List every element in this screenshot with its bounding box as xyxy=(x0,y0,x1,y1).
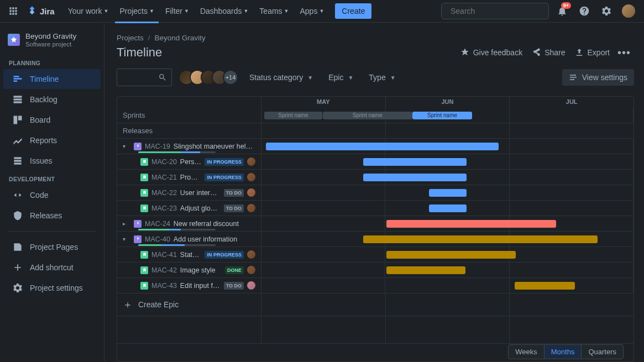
issue-key[interactable]: MAC-41 xyxy=(151,251,177,259)
sidebar-section-development: DEVELOPMENT xyxy=(0,171,104,185)
issue-summary[interactable]: Product… xyxy=(180,174,202,181)
main-content: Projects / Beyond Gravity Timeline Give … xyxy=(104,23,644,362)
zoom-tab-quarters[interactable]: Quarters xyxy=(582,345,623,359)
sprint-pill[interactable]: Sprint name xyxy=(412,112,472,119)
zoom-tab-months[interactable]: Months xyxy=(544,345,582,359)
expand-chevron-icon[interactable]: ▸ xyxy=(123,221,130,227)
issue-summary[interactable]: Image style xyxy=(180,266,222,274)
share-button[interactable]: Share xyxy=(527,44,569,61)
search-box[interactable] xyxy=(441,3,549,19)
search-input[interactable] xyxy=(451,7,547,15)
timeline-bar[interactable] xyxy=(363,235,598,243)
sidebar-item-timeline[interactable]: Timeline xyxy=(3,69,101,89)
timeline-bar[interactable] xyxy=(386,251,516,259)
filter-status-category[interactable]: Status category▼ xyxy=(245,70,317,85)
sidebar-item-project-pages[interactable]: Project Pages xyxy=(3,237,101,257)
assignee-avatar[interactable] xyxy=(247,188,255,197)
issue-key[interactable]: MAC-43 xyxy=(151,282,177,290)
more-icon[interactable]: ••• xyxy=(614,45,634,60)
timeline-bar[interactable] xyxy=(386,266,465,274)
jira-logo[interactable]: Jira xyxy=(27,6,55,17)
filter-epic[interactable]: Epic▼ xyxy=(324,70,358,85)
expand-chevron-icon[interactable]: ▾ xyxy=(123,143,130,149)
sprint-pill[interactable]: Sprint name xyxy=(323,112,412,119)
assignee-avatar[interactable] xyxy=(247,158,255,166)
timeline-bar[interactable] xyxy=(429,189,467,197)
help-icon[interactable] xyxy=(575,2,593,20)
sidebar-item-releases[interactable]: Releases xyxy=(3,206,101,225)
export-button[interactable]: Export xyxy=(570,44,614,61)
timeline-bar[interactable] xyxy=(363,158,467,166)
issue-summary[interactable]: Slingshot maneuver helper… xyxy=(174,143,255,150)
nav-your-work[interactable]: Your work▼ xyxy=(64,4,113,18)
sprint-pill[interactable]: Sprint name xyxy=(264,112,322,119)
nav-teams[interactable]: Teams▼ xyxy=(255,4,293,18)
issue-summary[interactable]: Status in… xyxy=(180,251,202,259)
filter-search-input[interactable] xyxy=(117,69,172,86)
svg-point-1 xyxy=(573,79,574,81)
issue-summary[interactable]: User interactio… xyxy=(180,189,221,197)
issue-summary[interactable]: New referral discount xyxy=(174,220,255,228)
timeline-bar[interactable] xyxy=(266,143,499,150)
timeline-bar[interactable] xyxy=(515,282,575,290)
issue-summary[interactable]: Persona… xyxy=(180,158,202,166)
user-avatar[interactable] xyxy=(620,2,637,20)
filter-type[interactable]: Type▼ xyxy=(364,70,400,85)
nav-filter[interactable]: Filter▼ xyxy=(161,4,193,18)
timeline-bar[interactable] xyxy=(386,220,556,228)
story-icon xyxy=(140,266,148,274)
breadcrumb-root[interactable]: Projects xyxy=(117,34,144,42)
assignee-avatar[interactable] xyxy=(247,204,255,212)
sidebar-item-issues[interactable]: Issues xyxy=(3,151,101,171)
sidebar-item-reports[interactable]: Reports xyxy=(3,130,101,150)
project-name: Beyond Gravity xyxy=(25,33,76,41)
nav-dashboards[interactable]: Dashboards▼ xyxy=(196,4,253,18)
assignee-avatar[interactable] xyxy=(247,173,255,181)
issue-key[interactable]: MAC-42 xyxy=(151,266,177,274)
issue-key[interactable]: MAC-40 xyxy=(145,235,170,243)
status-badge: IN PROGRESS xyxy=(205,174,244,181)
nav-apps[interactable]: Apps▼ xyxy=(296,4,329,18)
assignee-avatar[interactable] xyxy=(247,266,255,274)
zoom-tab-weeks[interactable]: Weeks xyxy=(509,345,544,359)
issue-key[interactable]: MAC-20 xyxy=(151,158,177,166)
app-switcher-icon[interactable] xyxy=(7,4,20,18)
issue-key[interactable]: MAC-23 xyxy=(151,204,177,212)
status-badge: IN PROGRESS xyxy=(205,158,244,166)
issue-key[interactable]: MAC-22 xyxy=(151,189,177,197)
view-settings-button[interactable]: View settings xyxy=(562,69,634,86)
notifications-icon[interactable]: 9+ xyxy=(553,2,571,20)
epic-icon xyxy=(134,143,142,150)
status-badge: IN PROGRESS xyxy=(205,251,244,259)
chevron-down-icon: ▼ xyxy=(284,8,289,14)
story-icon xyxy=(140,204,148,212)
notification-badge: 9+ xyxy=(561,2,571,9)
issue-summary[interactable]: Adjust global s… xyxy=(180,204,221,212)
expand-chevron-icon[interactable]: ▾ xyxy=(123,236,130,242)
breadcrumb-project[interactable]: Beyond Gravity xyxy=(155,34,206,42)
page-title: Timeline xyxy=(117,45,455,60)
issue-key[interactable]: MAC-19 xyxy=(145,143,170,150)
nav-projects[interactable]: Projects▼ xyxy=(115,4,159,18)
settings-icon[interactable] xyxy=(598,2,615,20)
sidebar-item-add-shortcut[interactable]: Add shortcut xyxy=(3,258,101,277)
create-epic-button[interactable]: ＋Create Epic xyxy=(123,296,179,313)
story-icon xyxy=(140,282,148,290)
assignee-avatar[interactable] xyxy=(247,281,255,290)
timeline-bar[interactable] xyxy=(429,204,467,212)
sidebar-item-code[interactable]: Code xyxy=(3,185,101,205)
sidebar-item-board[interactable]: Board xyxy=(3,110,101,130)
timeline-bar[interactable] xyxy=(363,174,467,181)
give-feedback-button[interactable]: Give feedback xyxy=(455,44,527,61)
assignee-avatar[interactable] xyxy=(247,250,255,259)
sidebar-item-project-settings[interactable]: Project settings xyxy=(3,278,101,298)
issue-key[interactable]: MAC-21 xyxy=(151,174,177,181)
issue-summary[interactable]: Edit input form xyxy=(180,282,221,290)
assignee-filter[interactable]: +14 xyxy=(179,70,238,85)
sidebar-item-backlog[interactable]: Backlog xyxy=(3,90,101,109)
issue-summary[interactable]: Add user information xyxy=(174,235,255,243)
issue-key[interactable]: MAC-24 xyxy=(145,220,170,228)
avatar-more[interactable]: +14 xyxy=(223,70,238,85)
sidebar-project-header[interactable]: Beyond Gravity Software project xyxy=(0,29,104,55)
create-button[interactable]: Create xyxy=(335,3,371,19)
